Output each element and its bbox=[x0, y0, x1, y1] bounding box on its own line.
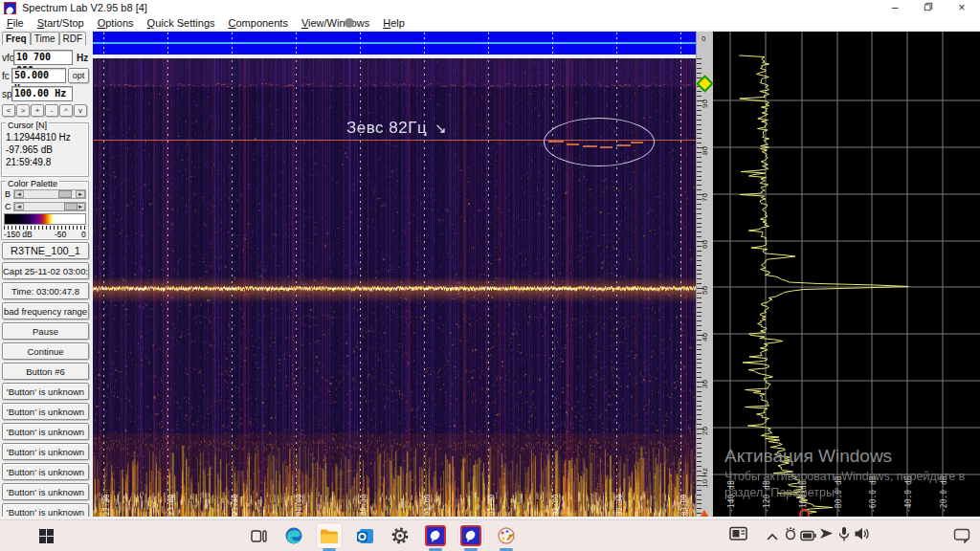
overview-bar[interactable] bbox=[93, 32, 696, 55]
nav-button[interactable]: - bbox=[45, 104, 58, 117]
settings-button[interactable] bbox=[387, 522, 413, 549]
menu-item[interactable]: View/Windows bbox=[295, 16, 376, 30]
tab-time[interactable]: Time bbox=[31, 32, 59, 45]
ruler-tick bbox=[697, 91, 702, 92]
panel-button[interactable]: 'Button' is unknown bbox=[2, 423, 89, 440]
menu-item[interactable]: File bbox=[0, 16, 31, 30]
battery-button[interactable] bbox=[800, 528, 816, 545]
outlook-button[interactable] bbox=[351, 522, 378, 549]
panel-button[interactable]: 'Button' is unknown bbox=[2, 383, 89, 400]
tray-chevron-button[interactable] bbox=[766, 528, 779, 545]
ruler-tick bbox=[697, 330, 702, 331]
start-button[interactable] bbox=[33, 522, 59, 549]
contrast-slider[interactable]: ◄ ► bbox=[13, 202, 86, 211]
ruler-tick bbox=[697, 414, 702, 415]
arrow-down-right-icon: ↘ bbox=[434, 120, 447, 136]
overview-tick bbox=[296, 42, 297, 44]
airplane-button[interactable] bbox=[819, 526, 835, 545]
panel-button[interactable]: Pause bbox=[2, 322, 89, 340]
slider-thumb[interactable] bbox=[58, 190, 72, 198]
ruler-tick bbox=[697, 96, 702, 97]
panel-button[interactable]: 'Button' is unknown bbox=[2, 483, 89, 500]
edge-browser-button[interactable] bbox=[280, 522, 307, 549]
menu-item[interactable]: Quick Settings bbox=[141, 16, 222, 30]
fc-input[interactable]: 50.000 Hz bbox=[11, 68, 66, 83]
overview-tick bbox=[552, 33, 553, 34]
panel-button[interactable]: Continue bbox=[2, 342, 89, 360]
ruler-tick bbox=[697, 359, 702, 360]
overview-marker-line bbox=[93, 42, 696, 44]
panel-button[interactable]: Time: 03:00:47.8 bbox=[2, 282, 89, 299]
app-icon bbox=[4, 2, 16, 14]
slider-left-arrow-icon[interactable]: ◄ bbox=[14, 190, 24, 198]
title-bar: Spectrum Lab V2.95 b8 [4] – × bbox=[0, 0, 980, 16]
cursor-level: -97.965 dB bbox=[6, 144, 53, 155]
ruler-tick bbox=[697, 68, 702, 69]
nav-button[interactable]: < bbox=[2, 104, 15, 117]
panel-button[interactable]: R3TNE_100_1 bbox=[2, 242, 89, 259]
paint-palette-icon bbox=[497, 526, 516, 545]
menu-item[interactable]: Components bbox=[222, 16, 295, 30]
ruler-tick bbox=[697, 409, 702, 410]
tab-rdf[interactable]: RDF bbox=[59, 32, 87, 45]
sp-input[interactable]: 100.00 Hz bbox=[11, 86, 73, 101]
speaker-icon bbox=[854, 526, 871, 541]
minimize-button[interactable]: – bbox=[879, 0, 911, 16]
slider-left-arrow-icon[interactable]: ◄ bbox=[14, 203, 24, 210]
overview-tick bbox=[680, 42, 681, 44]
brightness-label: B bbox=[5, 189, 11, 199]
spectrum-lab-button-2[interactable] bbox=[457, 522, 484, 549]
panel-button[interactable]: 'Button' is unknown bbox=[2, 403, 89, 420]
ruler-tick bbox=[697, 312, 702, 313]
vfo-input[interactable]: 10 700 000 bbox=[13, 50, 73, 65]
edge-icon bbox=[284, 526, 303, 545]
ruler-tick bbox=[697, 185, 702, 186]
overview-tick bbox=[232, 42, 233, 44]
restore-button[interactable] bbox=[912, 0, 945, 16]
widgets-button[interactable] bbox=[729, 526, 748, 545]
ruler-frequency-label: 30 bbox=[701, 380, 709, 388]
spectrum-graph[interactable] bbox=[713, 32, 980, 517]
overview-tick bbox=[680, 33, 681, 34]
overview-tick bbox=[552, 37, 553, 39]
brightness-slider[interactable]: ◄ ► bbox=[13, 189, 86, 199]
overview-tick bbox=[296, 33, 297, 34]
tab-freq[interactable]: Freq bbox=[2, 32, 31, 45]
ruler-tick bbox=[697, 354, 702, 355]
paint-button[interactable] bbox=[493, 522, 520, 549]
tray-status-button[interactable] bbox=[783, 526, 798, 545]
panel-button[interactable]: Capt 25-11-02 03:00:47 bbox=[2, 262, 89, 279]
notifications-button[interactable] bbox=[953, 528, 970, 547]
task-view-button[interactable] bbox=[245, 522, 272, 549]
comment-bubble-icon bbox=[953, 528, 970, 543]
ruler-tick bbox=[697, 316, 702, 317]
slider-thumb[interactable] bbox=[64, 203, 78, 210]
close-button[interactable]: × bbox=[946, 0, 978, 16]
fc-label: fc bbox=[2, 71, 10, 81]
ruler-tick bbox=[697, 143, 702, 143]
ruler-tick bbox=[697, 270, 702, 271]
ruler-tick bbox=[697, 213, 702, 214]
nav-button[interactable]: + bbox=[31, 104, 44, 117]
menu-item[interactable]: Help bbox=[376, 16, 412, 30]
fc-opt-button[interactable]: opt bbox=[68, 68, 89, 83]
menu-item[interactable]: Start/Stop bbox=[31, 16, 91, 30]
nav-button[interactable]: v bbox=[74, 104, 87, 117]
ruler-tick bbox=[697, 302, 702, 303]
microphone-icon bbox=[836, 526, 852, 542]
waterfall-time-label: 00:00 bbox=[295, 494, 303, 516]
spectrum-lab-button-1[interactable] bbox=[422, 522, 449, 549]
panel-button[interactable]: 'Button' is unknown bbox=[2, 463, 89, 480]
sp-label: sp bbox=[2, 89, 12, 99]
microphone-button[interactable] bbox=[836, 526, 852, 546]
ruler-tick bbox=[697, 189, 702, 190]
panel-button[interactable]: bad frequency range bbox=[2, 302, 89, 320]
file-explorer-button[interactable] bbox=[316, 522, 343, 549]
nav-button[interactable]: ^ bbox=[59, 104, 73, 117]
slider-right-arrow-icon[interactable]: ► bbox=[76, 190, 85, 198]
menu-item[interactable]: Options bbox=[91, 16, 141, 30]
volume-button[interactable] bbox=[854, 526, 871, 545]
panel-button[interactable]: 'Button' is unknown bbox=[2, 443, 89, 460]
nav-button[interactable]: > bbox=[16, 104, 30, 117]
panel-button[interactable]: Button #6 bbox=[2, 363, 89, 380]
